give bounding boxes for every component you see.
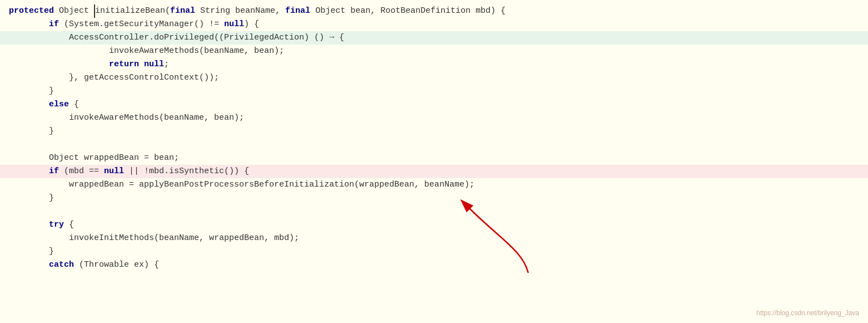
code-line-16 (0, 205, 868, 218)
code-line-12: Object wrappedBean = bean; (0, 151, 868, 165)
code-line-8: else { (0, 98, 868, 111)
code-editor: protected Object initializeBean(final St… (0, 0, 868, 323)
code-line-5: return null; (0, 58, 868, 71)
code-line-18: invokeInitMethods(beanName, wrappedBean,… (0, 232, 868, 245)
code-line-15: } (0, 192, 868, 205)
code-line-13: if (mbd == null || !mbd.isSynthetic()) { (0, 165, 868, 178)
code-line-17: try { (0, 218, 868, 232)
code-line-14: wrappedBean = applyBeanPostProcessorsBef… (0, 178, 868, 192)
code-line-3: AccessController.doPrivileged((Privilege… (0, 31, 868, 45)
code-line-7: } (0, 85, 868, 98)
code-line-20: catch (Throwable ex) { (0, 258, 868, 272)
code-line-11 (0, 138, 868, 151)
code-line-1: protected Object initializeBean(final St… (0, 4, 868, 18)
code-line-19: } (0, 245, 868, 258)
code-line-2: if (System.getSecurityManager() != null)… (0, 18, 868, 31)
code-line-9: invokeAwareMethods(beanName, bean); (0, 111, 868, 125)
code-line-6: }, getAccessControlContext()); (0, 71, 868, 85)
code-line-10: } (0, 125, 868, 138)
code-line-4: invokeAwareMethods(beanName, bean); (0, 45, 868, 58)
watermark: https://blog.csdn.net/brilyeng_Java (756, 308, 859, 319)
token-protected: protected (9, 4, 54, 18)
